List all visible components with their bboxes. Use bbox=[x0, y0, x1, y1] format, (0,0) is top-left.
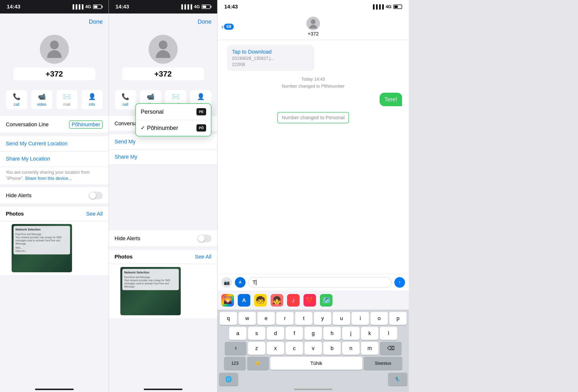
key-e[interactable]: e bbox=[257, 312, 275, 325]
maps-icon[interactable]: 🗺️ bbox=[320, 294, 333, 307]
done-button-2[interactable]: Done bbox=[198, 18, 211, 25]
memoji-icon[interactable]: 🧒 bbox=[254, 294, 267, 307]
key-y[interactable]: y bbox=[314, 312, 331, 325]
screen3-frame: 14:43 ▐▐▐▐ 4G ‹ 68 +372 Tap to Download bbox=[217, 0, 409, 392]
nav-header-2: Done bbox=[109, 13, 217, 30]
gap-6 bbox=[109, 227, 217, 230]
animoji-icon[interactable]: 👧 bbox=[271, 294, 283, 307]
key-mic[interactable]: 🎙️ bbox=[388, 373, 407, 386]
camera-btn-3[interactable]: 📷 bbox=[221, 277, 232, 288]
send-location-row-2[interactable]: Send My bbox=[109, 134, 217, 149]
message-input-3[interactable]: T bbox=[248, 277, 391, 288]
key-z[interactable]: z bbox=[248, 342, 265, 355]
key-shift[interactable]: ⇧ bbox=[225, 342, 246, 355]
key-row-5: 🌐 🎙️ bbox=[217, 372, 409, 387]
done-button-1[interactable]: Done bbox=[89, 18, 103, 25]
appstore-icon[interactable]: A bbox=[238, 294, 250, 307]
share-device-link-1[interactable]: Share from this device... bbox=[25, 176, 72, 181]
key-emoji[interactable]: 😊 bbox=[247, 357, 269, 370]
dropdown-pohinumber[interactable]: ✓ Põhinumber PÕ bbox=[136, 120, 211, 136]
key-c[interactable]: c bbox=[286, 342, 303, 355]
send-location-link-2[interactable]: Send My bbox=[115, 139, 136, 145]
back-chevron-3: ‹ bbox=[221, 23, 224, 31]
key-t[interactable]: t bbox=[295, 312, 312, 325]
video-button-1[interactable]: 📹 video bbox=[31, 90, 52, 109]
key-space[interactable]: Tühik bbox=[270, 357, 362, 370]
photo-thumb-1[interactable]: Network Selection FaceTime and Message Y… bbox=[12, 224, 72, 272]
photo-thumb-2[interactable]: Network Selection FaceTime and Message Y… bbox=[120, 267, 181, 315]
key-backspace[interactable]: ⌫ bbox=[380, 342, 402, 355]
home-indicator-2 bbox=[144, 389, 183, 390]
key-h[interactable]: h bbox=[323, 327, 341, 340]
info-icon-2: 👤 bbox=[197, 93, 205, 100]
mail-icon-1: ✉️ bbox=[63, 93, 71, 100]
phone-number-2: +372 bbox=[122, 68, 204, 80]
photos-app-icon[interactable]: 🌄 bbox=[221, 294, 234, 307]
back-nav-3[interactable]: ‹ 68 bbox=[221, 23, 234, 31]
conversation-line-row-1[interactable]: Conversation Line Põhinumber bbox=[0, 116, 108, 133]
send-button-3[interactable]: ↑ bbox=[394, 277, 405, 288]
file-attachment-3[interactable]: Tap to Download 20190628_135827.j... 222… bbox=[227, 45, 314, 71]
key-w[interactable]: w bbox=[239, 312, 256, 325]
back-badge-3[interactable]: 68 bbox=[224, 24, 234, 30]
key-m[interactable]: m bbox=[361, 342, 378, 355]
share-location-row-2[interactable]: Share My bbox=[109, 149, 217, 165]
love-icon[interactable]: ❤️ bbox=[303, 294, 316, 307]
dropdown-overlay-2[interactable]: Personal PE ✓ Põhinumber PÕ bbox=[135, 103, 211, 136]
key-i[interactable]: i bbox=[352, 312, 369, 325]
share-location-link-1[interactable]: Share My Location bbox=[6, 156, 50, 162]
key-x[interactable]: x bbox=[267, 342, 284, 355]
avatar-head-2 bbox=[159, 40, 167, 49]
tap-to-download-3[interactable]: Tap to Download bbox=[232, 49, 309, 55]
key-l[interactable]: l bbox=[380, 327, 397, 340]
msg-avatar-3 bbox=[306, 17, 320, 30]
hide-alerts-row-2[interactable]: Hide Alerts bbox=[109, 230, 217, 247]
key-b[interactable]: b bbox=[323, 342, 341, 355]
bubble-tere-3: Tere! bbox=[222, 93, 404, 106]
keyboard-spacer bbox=[240, 373, 387, 386]
see-all-2[interactable]: See All bbox=[195, 254, 212, 260]
key-v[interactable]: v bbox=[304, 342, 322, 355]
music-icon[interactable]: ♪ bbox=[287, 294, 300, 307]
avatar-body-1 bbox=[47, 50, 62, 58]
dropdown-check: ✓ bbox=[141, 125, 145, 131]
key-f[interactable]: f bbox=[286, 327, 303, 340]
conversation-value-1[interactable]: Põhinumber bbox=[69, 120, 103, 129]
key-j[interactable]: j bbox=[342, 327, 360, 340]
call-button-2[interactable]: 📞 call bbox=[115, 90, 136, 109]
key-o[interactable]: o bbox=[370, 312, 388, 325]
key-row-4: 123 😊 Tühik Sisestus bbox=[219, 357, 407, 370]
dropdown-personal[interactable]: Personal PE bbox=[136, 104, 211, 120]
send-location-link-1[interactable]: Send My Current Location bbox=[6, 141, 68, 147]
key-s[interactable]: s bbox=[248, 327, 265, 340]
screen1-frame: 14:43 ▐▐▐▐ 4G Done +372 📞 call 📹 video bbox=[0, 0, 109, 392]
key-globe[interactable]: 🌐 bbox=[219, 373, 238, 386]
key-return[interactable]: Sisestus bbox=[364, 357, 402, 370]
key-g[interactable]: g bbox=[304, 327, 322, 340]
share-location-row-1[interactable]: Share My Location bbox=[0, 151, 108, 166]
key-r[interactable]: r bbox=[276, 312, 293, 325]
share-location-link-2[interactable]: Share My bbox=[115, 154, 137, 160]
appstore-btn-3[interactable]: A bbox=[235, 277, 245, 288]
call-button-1[interactable]: 📞 call bbox=[6, 90, 27, 109]
hide-alerts-toggle-2[interactable] bbox=[197, 235, 211, 242]
hide-alerts-row-1[interactable]: Hide Alerts bbox=[0, 187, 108, 204]
avatar-1 bbox=[40, 35, 69, 64]
av-head-3 bbox=[311, 19, 316, 24]
key-d[interactable]: d bbox=[267, 327, 284, 340]
key-num[interactable]: 123 bbox=[224, 357, 246, 370]
signal-type-1: 4G bbox=[85, 4, 91, 9]
info-button-1[interactable]: 👤 info bbox=[81, 90, 103, 109]
key-p[interactable]: p bbox=[389, 312, 407, 325]
mail-button-1[interactable]: ✉️ mail bbox=[56, 90, 78, 109]
dropdown-personal-badge: PE bbox=[196, 108, 206, 115]
key-q[interactable]: q bbox=[220, 312, 237, 325]
send-location-row-1[interactable]: Send My Current Location bbox=[0, 136, 108, 151]
contact-name-3[interactable]: +372 bbox=[308, 31, 319, 37]
key-a[interactable]: a bbox=[229, 327, 246, 340]
see-all-1[interactable]: See All bbox=[86, 211, 103, 217]
key-u[interactable]: u bbox=[333, 312, 350, 325]
key-k[interactable]: k bbox=[361, 327, 378, 340]
hide-alerts-toggle-1[interactable] bbox=[89, 192, 103, 199]
key-n[interactable]: n bbox=[342, 342, 360, 355]
